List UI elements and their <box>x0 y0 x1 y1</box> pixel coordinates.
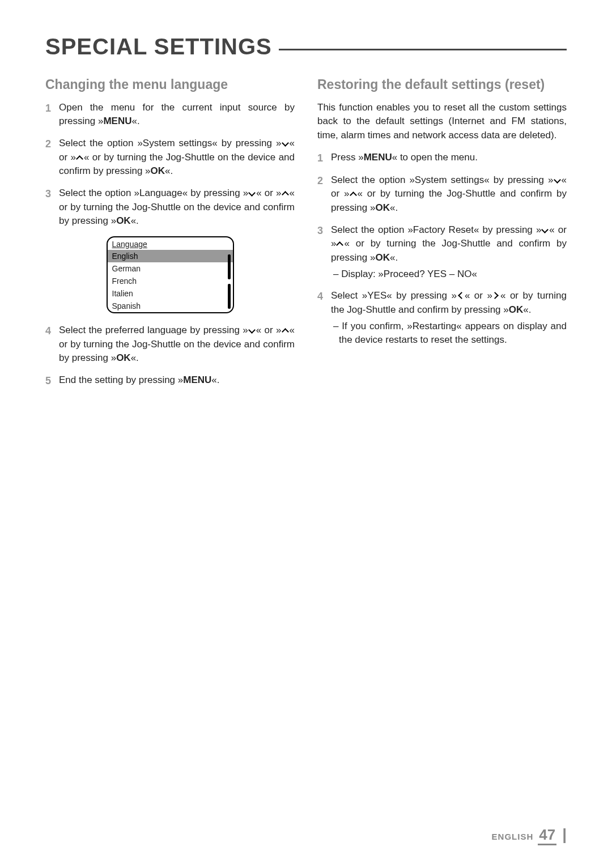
page-footer: ENGLISH 47 | <box>492 826 567 845</box>
step-body: Open the menu for the current input sour… <box>59 101 295 129</box>
menu-item-spanish: Spanish <box>108 300 233 312</box>
step-body: Select »YES« by pressing »« or »« or by … <box>331 289 567 347</box>
right-step-3: 3 Select the option »Factory Reset« by p… <box>317 223 567 282</box>
step-number: 1 <box>45 101 54 129</box>
heading-reset: Restoring the default settings (reset) <box>317 76 567 93</box>
right-step-4: 4 Select »YES« by pressing »« or »« or b… <box>317 289 567 347</box>
menu-button-label: MENU <box>183 375 211 385</box>
ok-button-label: OK <box>151 165 165 176</box>
menu-button-label: MENU <box>103 116 131 126</box>
step-body: Press »MENU« to open the menu. <box>331 151 567 165</box>
step-body: Select the option »System settings« by p… <box>331 173 567 215</box>
step-number: 5 <box>45 373 54 388</box>
step-number: 1 <box>317 151 326 165</box>
menu-item-french: French <box>108 275 233 287</box>
ok-button-label: OK <box>116 215 131 226</box>
language-menu-box: Language English German French Italien S… <box>107 236 234 313</box>
menu-item-german: German <box>108 262 233 275</box>
ok-button-label: OK <box>509 304 524 315</box>
menu-button-label: MENU <box>364 152 392 163</box>
chevron-up-icon <box>282 327 290 333</box>
right-step-2: 2 Select the option »System settings« by… <box>317 173 567 215</box>
title-rule <box>279 49 567 50</box>
ok-button-label: OK <box>375 252 390 263</box>
chevron-right-icon <box>492 293 500 299</box>
reset-intro: This function enables you to reset all t… <box>317 101 567 143</box>
step3-sub: – Display: »Proceed? YES – NO« <box>331 267 567 282</box>
step4-sub: – If you confirm, »Restarting« appears o… <box>331 320 567 347</box>
chevron-up-icon <box>76 155 84 160</box>
heading-language: Changing the menu language <box>45 76 295 93</box>
ok-button-label: OK <box>375 202 390 213</box>
left-step-5: 5 End the setting by pressing »MENU«. <box>45 373 295 388</box>
chevron-down-icon <box>248 190 256 196</box>
menu-item-italien: Italien <box>108 287 233 300</box>
chevron-up-icon <box>350 191 358 197</box>
chevron-left-icon <box>457 293 465 299</box>
step-number: 2 <box>317 173 326 215</box>
step-body: Select the option »Language« by pressing… <box>59 186 295 228</box>
left-step-1: 1 Open the menu for the current input so… <box>45 101 295 129</box>
menu-header: Language <box>108 237 233 250</box>
left-step-3: 3 Select the option »Language« by pressi… <box>45 186 295 228</box>
ok-button-label: OK <box>116 352 131 363</box>
chevron-up-icon <box>282 190 290 196</box>
footer-page-number: 47 <box>538 826 556 845</box>
language-menu-figure: Language English German French Italien S… <box>45 236 295 313</box>
page-title: SPECIAL SETTINGS <box>45 34 567 59</box>
left-step-4: 4 Select the preferred language by press… <box>45 324 295 365</box>
step-body: Select the option »System settings« by p… <box>59 137 295 178</box>
chevron-down-icon <box>282 141 290 146</box>
left-column: Changing the menu language 1 Open the me… <box>45 76 295 396</box>
step-body: Select the option »Factory Reset« by pre… <box>331 223 567 282</box>
right-step-1: 1 Press »MENU« to open the menu. <box>317 151 567 165</box>
footer-bar-icon: | <box>562 826 567 844</box>
chevron-up-icon <box>336 241 344 246</box>
step-number: 3 <box>45 186 54 228</box>
left-step-2: 2 Select the option »System settings« by… <box>45 137 295 178</box>
step-number: 4 <box>45 324 54 365</box>
menu-item-english: English <box>108 250 233 262</box>
chevron-down-icon <box>554 177 562 183</box>
step-body: Select the preferred language by pressin… <box>59 324 295 365</box>
step-body: End the setting by pressing »MENU«. <box>59 373 295 388</box>
right-column: Restoring the default settings (reset) T… <box>317 76 567 396</box>
chevron-down-icon <box>248 327 256 333</box>
menu-scrollbar <box>228 253 231 309</box>
chevron-down-icon <box>541 227 549 233</box>
step-number: 4 <box>317 289 326 347</box>
step-number: 3 <box>317 223 326 282</box>
step-number: 2 <box>45 137 54 178</box>
title-text: SPECIAL SETTINGS <box>45 34 272 59</box>
footer-language: ENGLISH <box>492 832 534 841</box>
content-columns: Changing the menu language 1 Open the me… <box>45 76 567 396</box>
